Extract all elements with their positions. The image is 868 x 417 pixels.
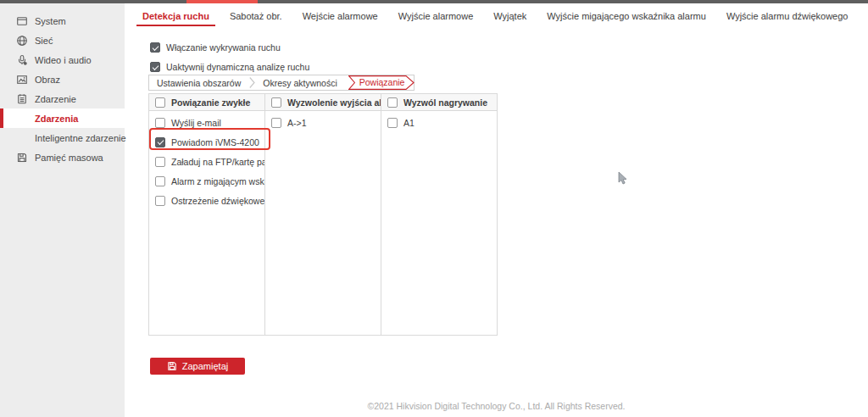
save-button[interactable]: Zapamiętaj	[150, 358, 245, 375]
row-label: Załaduj na FTP/kartę pamięci/...	[171, 157, 264, 167]
row-label: Ostrzeżenie dźwiękowe	[171, 196, 264, 206]
sidebar-item-event[interactable]: Zdarzenie	[0, 89, 125, 108]
microphone-icon	[16, 54, 28, 66]
sidebar-item-label: Zdarzenia	[35, 114, 78, 124]
column-trigger-alarm-output: Wyzwolenie wyjścia alarm. A->1	[264, 94, 381, 335]
column-normal-linkage: Powiązanie zwykłe Wyślij e-mail Powiadom…	[149, 94, 264, 335]
sidebar-item-label: System	[35, 16, 66, 26]
hikvision-config-page: System Sieć Wideo i audio	[0, 0, 868, 417]
tab-motion-detection[interactable]: Detekcja ruchu	[136, 11, 215, 26]
globe-icon	[16, 35, 28, 47]
upload-ftp-checkbox[interactable]	[155, 157, 165, 167]
sidebar-item-image[interactable]: Obraz	[0, 70, 125, 89]
toggle-label: Uaktywnij dynamiczną analizę ruchu	[166, 62, 309, 72]
save-button-label: Zapamiętaj	[182, 361, 228, 371]
step-arming-schedule[interactable]: Okresy aktywności	[255, 78, 346, 88]
normal-linkage-select-all-checkbox[interactable]	[155, 97, 165, 108]
column-header-label: Wyzwól nagrywanie	[403, 97, 487, 108]
audible-warning-checkbox[interactable]	[155, 196, 165, 206]
save-icon	[167, 361, 177, 371]
image-icon	[16, 74, 28, 86]
sidebar-item-video-audio[interactable]: Wideo i audio	[0, 50, 125, 70]
recording-a1-checkbox[interactable]	[387, 118, 398, 128]
column-header-label: Powiązanie zwykłe	[171, 97, 250, 108]
recording-select-all-checkbox[interactable]	[387, 97, 398, 108]
footer-copyright: ©2021 Hikvision Digital Technology Co., …	[125, 401, 868, 411]
column-body: A->1	[265, 111, 381, 132]
tab-exception[interactable]: Wyjątek	[493, 11, 526, 25]
sidebar-item-label: Sieć	[35, 36, 53, 46]
sidebar-item-events-selected[interactable]: Zdarzenia	[0, 108, 125, 128]
sidebar-item-label: Zdarzenie	[35, 94, 76, 104]
row-label: Wyślij e-mail	[171, 118, 221, 128]
row-upload-ftp[interactable]: Załaduj na FTP/kartę pamięci/...	[149, 152, 264, 171]
row-flashing-alarm[interactable]: Alarm z migającym wskaźnikiem	[149, 171, 264, 191]
storage-icon	[16, 152, 28, 164]
tab-alarm-input[interactable]: Wejście alarmowe	[303, 11, 378, 25]
column-header-label: Wyzwolenie wyjścia alarm.	[287, 97, 381, 108]
row-label: A->1	[287, 118, 306, 128]
column-body: Wyślij e-mail Powiadom iVMS-4200 Załaduj…	[149, 111, 264, 210]
sidebar-item-storage[interactable]: Pamięć masowa	[0, 147, 125, 167]
column-body: A1	[381, 111, 497, 132]
step-linkage-active[interactable]: Powiązanie	[348, 75, 415, 90]
flashing-alarm-checkbox[interactable]	[155, 176, 165, 186]
sidebar-item-label: Wideo i audio	[35, 55, 92, 65]
tab-alarm-output[interactable]: Wyjście alarmowe	[398, 11, 474, 25]
column-header: Powiązanie zwykłe	[149, 94, 264, 111]
step-area-settings[interactable]: Ustawienia obszarów	[149, 78, 249, 88]
sidebar-item-network[interactable]: Sieć	[0, 31, 125, 50]
row-notify-ivms[interactable]: Powiadom iVMS-4200	[149, 132, 264, 152]
step-label: Powiązanie	[359, 75, 405, 90]
tab-flashing-alarm-output[interactable]: Wyjście migającego wskaźnika alarmu	[547, 11, 706, 25]
column-trigger-recording: Wyzwól nagrywanie A1	[381, 94, 497, 335]
row-label: Alarm z migającym wskaźnikiem	[171, 176, 264, 186]
enable-dynamic-analysis-row[interactable]: Uaktywnij dynamiczną analizę ruchu	[150, 62, 309, 72]
enable-dynamic-analysis-checkbox[interactable]	[150, 62, 160, 72]
notify-ivms-checkbox[interactable]	[155, 137, 165, 147]
row-label: Powiadom iVMS-4200	[171, 137, 259, 147]
row-label: A1	[403, 118, 415, 128]
row-alarm-output-a1[interactable]: A->1	[265, 113, 381, 132]
sidebar-item-label: Obraz	[35, 75, 60, 85]
alarm-output-select-all-checkbox[interactable]	[271, 97, 281, 108]
step-bar: Ustawienia obszarów Okresy aktywności Po…	[148, 75, 415, 91]
row-audible-warning[interactable]: Ostrzeżenie dźwiękowe	[149, 191, 264, 210]
mouse-cursor-icon	[618, 171, 628, 187]
linkage-table: Powiązanie zwykłe Wyślij e-mail Powiadom…	[148, 93, 498, 336]
alarm-output-a1-checkbox[interactable]	[271, 118, 281, 128]
tab-audible-alarm-output[interactable]: Wyjście alarmu dźwiękowego	[726, 11, 849, 25]
row-recording-a1[interactable]: A1	[381, 113, 497, 132]
tab-bar: Detekcja ruchu Sabotaż obr. Wejście alar…	[125, 3, 868, 31]
column-header: Wyzwolenie wyjścia alarm.	[265, 94, 381, 111]
tab-video-tampering[interactable]: Sabotaż obr.	[230, 11, 282, 25]
column-header: Wyzwól nagrywanie	[381, 94, 497, 111]
enable-motion-detection-checkbox[interactable]	[150, 42, 160, 53]
sidebar: System Sieć Wideo i audio	[0, 3, 125, 417]
enable-motion-detection-row[interactable]: Włączanie wykrywania ruchu	[150, 42, 281, 53]
sidebar-item-label: Inteligentne zdarzenie	[35, 133, 126, 143]
sidebar-item-label: Pamięć masowa	[35, 153, 103, 163]
row-send-email[interactable]: Wyślij e-mail	[149, 113, 264, 132]
chevron-right-icon	[249, 76, 255, 89]
window-icon	[16, 15, 28, 27]
toggle-label: Włączanie wykrywania ruchu	[166, 42, 281, 53]
sidebar-item-smart-event[interactable]: Inteligentne zdarzenie	[0, 128, 125, 147]
send-email-checkbox[interactable]	[155, 118, 165, 128]
event-icon	[16, 93, 28, 105]
sidebar-item-system[interactable]: System	[0, 11, 125, 31]
